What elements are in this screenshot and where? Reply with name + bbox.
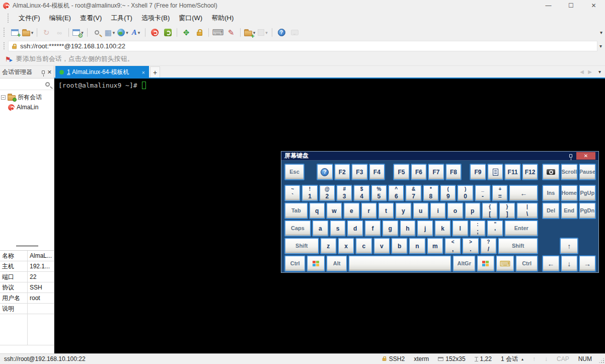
address-input[interactable]: ssh://root:******@192.168.10.100:22 [8, 41, 597, 51]
key--[interactable]: _- [475, 185, 491, 201]
key-pause[interactable]: Pause [579, 164, 596, 180]
panel-close-icon[interactable]: ✕ [47, 69, 52, 76]
session-count-dropdown-icon[interactable]: ▴ [521, 357, 523, 361]
key-q[interactable]: q [309, 202, 325, 219]
key-`[interactable]: ~` [284, 185, 300, 201]
key-f5[interactable]: F5 [393, 164, 410, 180]
status-cursor-position[interactable]: 1,22 [475, 355, 492, 362]
open-sessions-dropdown-icon[interactable]: ▾ [31, 30, 34, 35]
key-ctrl-right[interactable]: Ctrl [515, 255, 538, 272]
key-f12[interactable]: F12 [522, 164, 539, 180]
toolbar-overflow-icon[interactable]: ▾ [600, 30, 602, 35]
addressbar-grip[interactable] [3, 42, 5, 51]
key-y[interactable]: y [395, 202, 411, 219]
tile-windows-button[interactable]: ▦▾ [104, 27, 116, 39]
key-f9[interactable]: F9 [470, 164, 486, 180]
key-k[interactable]: k [434, 220, 451, 237]
xftp-button[interactable] [162, 27, 174, 39]
tab-close-icon[interactable]: × [142, 69, 145, 76]
key-pgup[interactable]: PgUp [579, 185, 596, 201]
key-menu-key[interactable]: ⌨ [496, 255, 514, 272]
key-o[interactable]: o [447, 202, 463, 219]
status-caps-indicator[interactable]: CAP [557, 355, 569, 362]
key-alt[interactable]: Alt [326, 255, 347, 272]
tree-expander-icon[interactable]: − [1, 95, 6, 100]
key-l[interactable]: l [452, 220, 469, 237]
find-button[interactable] [91, 27, 103, 39]
key-win-left[interactable] [307, 255, 325, 272]
key-.[interactable]: >. [462, 238, 479, 254]
key-f2[interactable]: F2 [334, 164, 351, 180]
session-search-input[interactable] [0, 79, 54, 90]
key-p[interactable]: p [465, 202, 481, 219]
key-c[interactable]: c [355, 238, 372, 254]
status-scroll-up[interactable]: ↑ [533, 355, 536, 362]
session-properties-button[interactable]: ▾ [72, 27, 84, 39]
key-arrow-up[interactable]: ↑ [560, 238, 578, 254]
key-5[interactable]: %5 [371, 185, 387, 201]
tab-almalinux[interactable]: 1 AlmaLinux-64-模板机 × [55, 66, 149, 79]
font-button[interactable]: A▾ [130, 27, 142, 39]
key-2[interactable]: @2 [319, 185, 335, 201]
key-x[interactable]: x [338, 238, 354, 254]
new-session-button[interactable] [9, 27, 21, 39]
key-z[interactable]: z [320, 238, 337, 254]
key-;[interactable]: :; [470, 220, 486, 237]
key-shift-right[interactable]: Shift [498, 238, 538, 254]
key-m[interactable]: m [427, 238, 443, 254]
menubar-grip[interactable] [7, 13, 9, 23]
key-ctrl-left[interactable]: Ctrl [284, 255, 306, 272]
tile-windows-dropdown-icon[interactable]: ▾ [113, 30, 115, 35]
menu-item-2[interactable]: 编辑(E) [45, 12, 75, 25]
key-esc[interactable]: Esc [284, 164, 305, 180]
key-tab[interactable]: Tab [284, 202, 308, 219]
address-dropdown-icon[interactable]: ▾ [599, 43, 602, 49]
lock-screen-button[interactable] [193, 27, 205, 39]
key-home[interactable]: Home [561, 185, 578, 201]
menu-item-6[interactable]: 窗口(W) [174, 12, 207, 25]
onscreen-keyboard-window[interactable]: 屏幕键盘 ✕ EscF2F3F4F5F6F7F8F9F11F12~`!1@2#3… [281, 151, 599, 273]
key-7[interactable]: &7 [405, 185, 421, 201]
key-g[interactable]: g [382, 220, 399, 237]
highlighter-button[interactable]: ✎ [225, 27, 237, 39]
menu-item-7[interactable]: 帮助(H) [207, 12, 238, 25]
key-f3[interactable]: F3 [351, 164, 368, 180]
maximize-button[interactable]: ☐ [560, 0, 582, 11]
new-file-transfer-button[interactable]: ▾ [244, 27, 256, 39]
close-button[interactable]: ✕ [582, 0, 605, 11]
key-end[interactable]: End [561, 202, 578, 219]
key-=[interactable]: += [492, 185, 508, 201]
key-win-right[interactable] [477, 255, 495, 272]
osk-titlebar[interactable]: 屏幕键盘 ✕ [281, 152, 598, 161]
status-terminal-type[interactable]: xterm [414, 355, 429, 362]
key-arrow-left[interactable]: ← [542, 255, 559, 272]
tab-list-dropdown-icon[interactable]: ▾ [598, 69, 601, 75]
key-printscreen[interactable] [542, 164, 559, 180]
web-browser-dropdown-icon[interactable]: ▾ [126, 30, 128, 35]
key-f1[interactable] [317, 164, 333, 180]
key-backspace[interactable]: ← [509, 185, 538, 201]
key-4[interactable]: $4 [353, 185, 369, 201]
key-n[interactable]: n [409, 238, 425, 254]
tab-scroll-right-icon[interactable]: ▶ [588, 69, 592, 75]
menu-item-4[interactable]: 工具(T) [106, 12, 137, 25]
font-dropdown-icon[interactable]: ▾ [138, 30, 140, 35]
key-'[interactable]: "' [487, 220, 503, 237]
key-3[interactable]: #3 [336, 185, 352, 201]
key-r[interactable]: r [361, 202, 377, 219]
key-e[interactable]: e [343, 202, 359, 219]
menu-item-5[interactable]: 选项卡(B) [137, 12, 174, 25]
help-button[interactable] [275, 27, 287, 39]
menu-item-1[interactable]: 文件(F) [14, 12, 45, 25]
pin-icon[interactable] [42, 70, 45, 74]
osk-close-button[interactable]: ✕ [576, 152, 595, 160]
tree-item-所有会话[interactable]: −所有会话 [0, 92, 54, 102]
transfer-dropdown-icon[interactable]: ▾ [265, 30, 268, 35]
key-d[interactable]: d [347, 220, 363, 237]
key-1[interactable]: !1 [301, 185, 318, 201]
status-num-indicator[interactable]: NUM [578, 355, 592, 362]
status-session-count[interactable]: 1 会话▴ [501, 355, 523, 363]
status-terminal-size[interactable]: 152x35 [438, 355, 465, 362]
key-f4[interactable]: F4 [369, 164, 386, 180]
key-backslash[interactable]: |\ [516, 202, 539, 219]
